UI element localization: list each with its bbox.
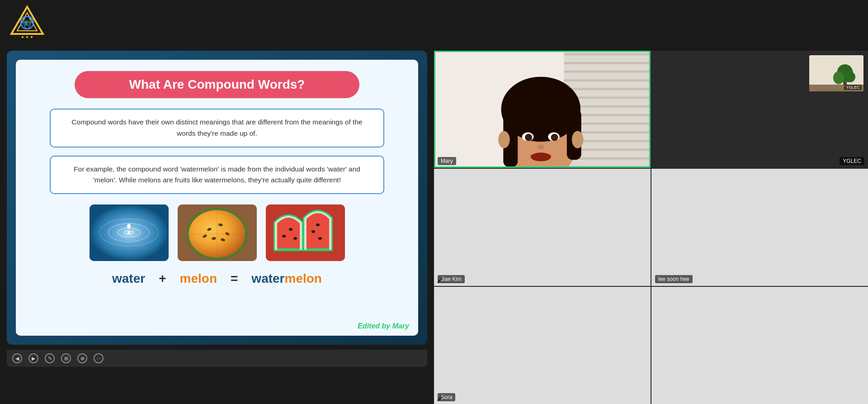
video-panel: Mary YGLEC YGLEC 🎤 Jiae Kim bbox=[434, 51, 868, 404]
zoom-button[interactable]: ⊕ bbox=[77, 353, 87, 363]
svg-point-7 bbox=[22, 36, 24, 38]
svg-point-31 bbox=[293, 237, 297, 240]
svg-text:E: E bbox=[25, 19, 29, 27]
word-melon: melon bbox=[180, 271, 217, 286]
word-plus: + bbox=[159, 271, 166, 286]
word-equation-row: water + melon = watermelon bbox=[112, 271, 322, 286]
yglec-video-cell: YGLEC YGLEC bbox=[651, 51, 868, 168]
prev-button[interactable]: ◀ bbox=[12, 353, 22, 363]
svg-point-32 bbox=[311, 230, 315, 233]
watermelon-image bbox=[266, 204, 345, 261]
more-button[interactable]: ··· bbox=[94, 353, 104, 363]
sora-name-label: Sora bbox=[438, 393, 455, 401]
water-image bbox=[90, 204, 169, 261]
lee-soon-hee-name-label: lee soon hee bbox=[655, 275, 693, 283]
svg-point-29 bbox=[282, 235, 286, 238]
word-watermelon-blue-part: water bbox=[251, 271, 284, 285]
slide-content: What Are Compound Words? Compound words … bbox=[16, 60, 418, 336]
svg-point-34 bbox=[316, 223, 320, 226]
word-watermelon-orange-part: melon bbox=[285, 271, 322, 285]
mary-video-cell: Mary bbox=[434, 51, 651, 168]
presentation-panel: What Are Compound Words? Compound words … bbox=[7, 51, 427, 345]
edit-button[interactable]: ✎ bbox=[45, 353, 55, 363]
svg-point-66 bbox=[531, 152, 551, 161]
svg-point-67 bbox=[498, 131, 510, 148]
svg-point-63 bbox=[525, 134, 532, 141]
jiae-kim-name-label: Jiae Kim bbox=[438, 275, 465, 283]
svg-point-30 bbox=[289, 228, 292, 231]
yglec-name-label: YGLEC bbox=[840, 157, 864, 165]
sora-video-cell: 🎤 Sora bbox=[434, 287, 651, 404]
svg-point-33 bbox=[318, 237, 322, 240]
edited-by-label: Edited by Mary bbox=[358, 322, 409, 330]
svg-point-6 bbox=[26, 36, 28, 38]
jiae-kim-video-cell: 🎤 Jiae Kim bbox=[434, 169, 651, 286]
lee-soon-hee-video-cell: lee soon hee bbox=[651, 169, 868, 286]
svg-point-8 bbox=[31, 36, 33, 38]
empty-video-cell bbox=[651, 287, 868, 404]
word-equals: = bbox=[231, 271, 238, 286]
slide-title: What Are Compound Words? bbox=[75, 71, 359, 98]
svg-point-65 bbox=[537, 145, 544, 149]
mary-name-label: Mary bbox=[438, 157, 456, 165]
svg-point-16 bbox=[127, 231, 130, 234]
images-row bbox=[50, 204, 384, 261]
presentation-controls: ◀ ▶ ✎ ⊞ ⊕ ··· bbox=[7, 350, 427, 367]
info-box-1: Compound words have their own distinct m… bbox=[50, 109, 384, 147]
app-logo: E bbox=[9, 5, 50, 45]
word-water: water bbox=[112, 271, 145, 286]
yglec-thumb-label: YGLEC bbox=[844, 85, 862, 90]
play-button[interactable]: ▶ bbox=[28, 353, 38, 363]
print-button[interactable]: ⊞ bbox=[61, 353, 71, 363]
word-watermelon: watermelon bbox=[251, 271, 322, 286]
svg-point-68 bbox=[572, 131, 584, 148]
info-box-2: For example, the compound word 'watermel… bbox=[50, 156, 384, 195]
svg-point-64 bbox=[551, 134, 558, 141]
svg-point-74 bbox=[844, 71, 855, 82]
svg-point-73 bbox=[833, 71, 844, 84]
melon-image bbox=[178, 204, 257, 261]
